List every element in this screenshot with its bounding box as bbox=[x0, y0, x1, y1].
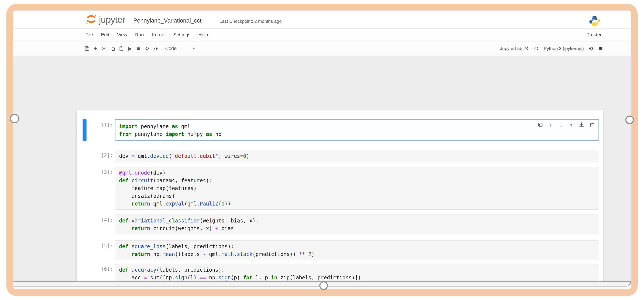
toolbar-left: +✂▶■↻ bbox=[83, 45, 159, 53]
restart-kernel-button[interactable]: ↻ bbox=[143, 45, 151, 53]
cell-prompt: [6]: bbox=[86, 266, 113, 272]
notebook-background: [1]:import pennylane as qmlfrom pennylan… bbox=[13, 56, 631, 281]
menu-edit[interactable]: Edit bbox=[101, 32, 109, 38]
menu-file[interactable]: File bbox=[86, 32, 93, 38]
copy-cells-icon bbox=[110, 46, 116, 51]
jupyter-logo-icon[interactable] bbox=[86, 13, 97, 25]
screenshot-frame: jupyter Pennylane_Variational_cct Last C… bbox=[6, 4, 638, 296]
python-logo-icon bbox=[589, 15, 601, 27]
add-cell-button[interactable]: + bbox=[92, 45, 99, 53]
cell-input[interactable]: def variational_classifier(weights, bias… bbox=[115, 214, 599, 234]
insert-above-button[interactable] bbox=[568, 122, 574, 128]
cell-prompt: [2]: bbox=[86, 152, 113, 158]
jupyter-wordmark: jupyter bbox=[99, 15, 125, 25]
cell-input[interactable]: dev = qml.device("default.qubit", wires=… bbox=[115, 150, 599, 162]
notebook-panel: [1]:import pennylane as qmlfrom pennylan… bbox=[77, 110, 604, 289]
restart-run-all-icon bbox=[153, 46, 158, 51]
kernel-name[interactable]: Python 3 (ipykernel) bbox=[544, 46, 584, 51]
checkpoint-status: Last Checkpoint: 2 months ago bbox=[220, 19, 282, 24]
cell-prompt: [1]: bbox=[86, 122, 113, 128]
copy-cells-button[interactable] bbox=[109, 45, 116, 53]
menu-kernel[interactable]: Kernel bbox=[152, 32, 166, 38]
cell-toolbar: ↑↓ bbox=[537, 122, 595, 128]
trusted-badge[interactable]: Trusted bbox=[587, 32, 602, 38]
menu-view[interactable]: View bbox=[117, 32, 127, 38]
restart-run-all-button[interactable] bbox=[152, 45, 159, 53]
paste-cells-icon bbox=[119, 46, 124, 51]
insert-below-icon bbox=[579, 122, 584, 128]
toolbar-right: JupyterLab Python 3 (ipykernel) ≡ bbox=[500, 45, 602, 52]
toolbar: +✂▶■↻ Code JupyterLab Python 3 (ipykerne… bbox=[13, 42, 631, 56]
paste-cells-button[interactable] bbox=[118, 45, 125, 53]
run-cell-button[interactable]: ▶ bbox=[126, 45, 134, 53]
kernel-status-icon bbox=[534, 46, 539, 51]
cell-type-dropdown[interactable]: Code bbox=[165, 46, 196, 51]
external-link-icon bbox=[524, 46, 529, 51]
duplicate-cell-icon bbox=[538, 122, 543, 128]
chevron-down-icon bbox=[192, 46, 196, 51]
delete-cell-button[interactable] bbox=[589, 122, 595, 128]
insert-below-button[interactable] bbox=[578, 122, 585, 128]
cell-prompt: [4]: bbox=[86, 217, 113, 223]
selection-handle-bottom[interactable] bbox=[319, 281, 328, 290]
menu-help[interactable]: Help bbox=[198, 32, 208, 38]
move-down-button[interactable]: ↓ bbox=[558, 122, 564, 128]
save-notebook-button[interactable] bbox=[83, 45, 90, 53]
cell-input[interactable]: def square_loss(labels, predictions): re… bbox=[115, 240, 599, 260]
selection-handle-right[interactable] bbox=[625, 116, 634, 124]
notebook-title[interactable]: Pennylane_Variational_cct bbox=[133, 18, 202, 24]
cell-prompt: [5]: bbox=[86, 243, 113, 248]
hamburger-menu-icon[interactable]: ≡ bbox=[599, 45, 602, 52]
delete-cell-icon bbox=[589, 122, 595, 128]
menubar-items: FileEditViewRunKernelSettingsHelp bbox=[86, 32, 208, 38]
titlebar: jupyter Pennylane_Variational_cct Last C… bbox=[13, 11, 631, 29]
menu-settings[interactable]: Settings bbox=[174, 32, 190, 38]
selection-handle-left[interactable] bbox=[10, 114, 19, 123]
move-up-button[interactable]: ↑ bbox=[548, 122, 554, 128]
cell-input[interactable]: @qml.qnode(dev)def circuit(params, featu… bbox=[115, 167, 599, 210]
jupyterlab-link[interactable]: JupyterLab bbox=[500, 46, 529, 51]
save-notebook-icon bbox=[84, 46, 90, 51]
document-page: jupyter Pennylane_Variational_cct Last C… bbox=[0, 0, 644, 300]
menu-run[interactable]: Run bbox=[135, 32, 144, 38]
cut-cells-button[interactable]: ✂ bbox=[100, 45, 108, 53]
duplicate-cell-button[interactable] bbox=[537, 122, 544, 128]
menubar: FileEditViewRunKernelSettingsHelp Truste… bbox=[13, 29, 631, 42]
cell-input[interactable]: import pennylane as qmlfrom pennylane im… bbox=[115, 119, 599, 141]
jupyter-app: jupyter Pennylane_Variational_cct Last C… bbox=[13, 11, 631, 289]
cell-type-value: Code bbox=[165, 46, 176, 51]
cell-prompt: [3]: bbox=[86, 169, 113, 175]
jupyterlab-label: JupyterLab bbox=[500, 46, 522, 51]
interrupt-kernel-button[interactable]: ■ bbox=[135, 45, 142, 53]
gear-icon[interactable] bbox=[589, 46, 594, 51]
insert-above-icon bbox=[568, 122, 574, 128]
